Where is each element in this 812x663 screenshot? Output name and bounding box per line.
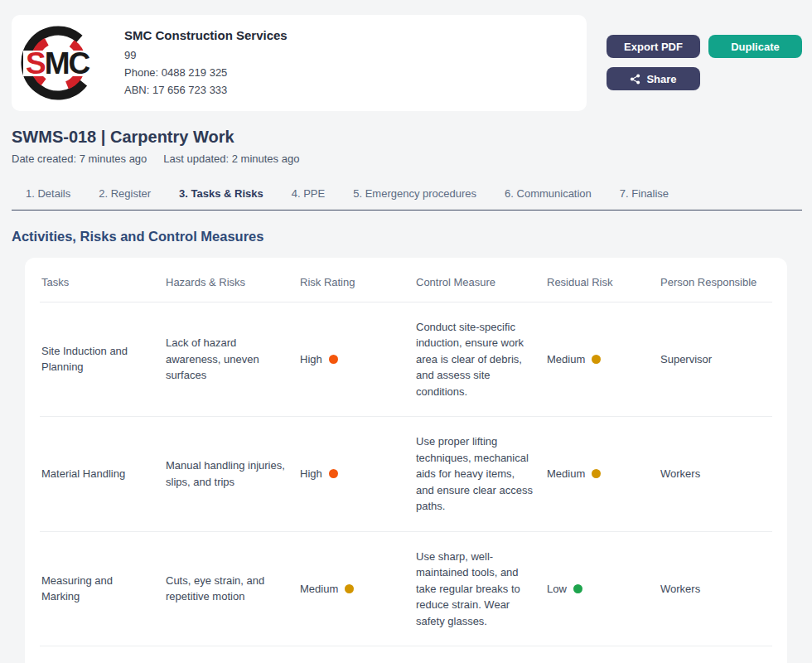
tab-tasks-risks[interactable]: 3. Tasks & Risks <box>165 180 278 210</box>
table-row: Material HandlingManual handling injurie… <box>40 417 772 532</box>
tab-details[interactable]: 1. Details <box>12 180 85 210</box>
column-header-residual-risk: Residual Risk <box>545 263 659 302</box>
date-created-label: Date created: 7 minutes ago <box>12 152 147 165</box>
page-title: SWMS-018 | Carpentry Work <box>12 128 802 147</box>
smc-logo-graphic: SMC <box>20 25 106 101</box>
company-address: 99 <box>124 48 288 63</box>
table-body: Site Induction and PlanningLack of hazar… <box>40 302 772 663</box>
risk-rating-label: High <box>300 351 322 368</box>
section-heading: Activities, Risks and Control Measures <box>12 229 802 244</box>
risk-table-card: Tasks Hazards & Risks Risk Rating Contro… <box>25 258 787 663</box>
tab-communication[interactable]: 6. Communication <box>491 180 606 210</box>
residual-risk-dot-icon <box>592 355 601 364</box>
risk-rating-label: High <box>300 466 322 482</box>
risk-rating-dot-icon <box>329 469 338 478</box>
column-header-control-measure: Control Measure <box>414 263 545 302</box>
residual-risk-dot-icon <box>573 584 582 593</box>
company-name: SMC Construction Services <box>124 28 288 42</box>
hazards-cell: Lack of hazard awareness, uneven surface… <box>164 318 298 400</box>
residual-risk-dot-icon <box>592 469 601 478</box>
share-button-label: Share <box>646 73 676 85</box>
last-updated-label: Last updated: 2 minutes ago <box>163 152 299 165</box>
company-logo: SMC <box>20 25 106 101</box>
residual-risk-cell: Medium <box>545 449 659 499</box>
tab-ppe[interactable]: 4. PPE <box>278 180 339 210</box>
document-meta: Date created: 7 minutes ago Last updated… <box>12 152 802 165</box>
control-measure-cell: Use proper lifting techniques, mechanica… <box>414 417 545 531</box>
table-header-row: Tasks Hazards & Risks Risk Rating Contro… <box>40 263 772 302</box>
column-header-hazards: Hazards & Risks <box>164 263 298 302</box>
company-info: SMC Construction Services 99 Phone: 0488… <box>124 28 288 99</box>
control-measure-cell: Use sharp, well-maintained tools, and ta… <box>414 532 545 646</box>
residual-risk-label: Medium <box>547 466 585 482</box>
task-cell: Measuring and Marking <box>40 556 164 622</box>
header-actions: Export PDF Duplicate Share <box>607 15 802 90</box>
column-header-tasks: Tasks <box>40 263 164 302</box>
step-tabs: 1. Details2. Register3. Tasks & Risks4. … <box>12 180 802 211</box>
residual-risk-cell: Medium <box>545 335 659 385</box>
task-cell: Site Induction and Planning <box>40 327 164 392</box>
hazards-cell: Cuts, eye strain, and repetitive motion <box>164 556 298 622</box>
risk-rating-cell: Medium <box>298 564 414 614</box>
tab-emergency-procedures[interactable]: 5. Emergency procedures <box>339 180 491 210</box>
residual-risk-cell: Low <box>545 564 659 614</box>
person-responsible-cell: Workers <box>659 564 772 614</box>
table-row: Cutting MaterialsNoise, dust, flying deb… <box>40 646 772 663</box>
task-cell: Material Handling <box>40 449 164 499</box>
person-responsible-cell: Workers <box>659 449 772 499</box>
risk-rating-dot-icon <box>345 584 354 593</box>
person-responsible-cell: Supervisor <box>659 335 772 385</box>
tab-finalise[interactable]: 7. Finalise <box>606 180 683 210</box>
tab-register[interactable]: 2. Register <box>85 180 165 210</box>
share-button[interactable]: Share <box>607 67 700 90</box>
company-phone: Phone: 0488 219 325 <box>124 65 288 80</box>
control-measure-cell: Conduct site-specific induction, ensure … <box>414 302 545 417</box>
company-card: SMC SMC Construction Services 99 Phone: … <box>12 15 587 111</box>
control-measure-cell: Wear hearing protection, dust masks, saf… <box>414 646 545 663</box>
hazards-cell: Manual handling injuries, slips, and tri… <box>164 441 298 506</box>
risk-rating-cell: High <box>298 335 414 385</box>
residual-risk-label: Low <box>547 581 567 598</box>
risk-rating-label: Medium <box>300 581 338 598</box>
svg-text:SMC: SMC <box>26 46 90 80</box>
residual-risk-label: Medium <box>547 351 585 368</box>
page: SMC SMC Construction Services 99 Phone: … <box>0 0 812 663</box>
column-header-person-responsible: Person Responsible <box>659 263 772 302</box>
duplicate-button[interactable]: Duplicate <box>708 35 802 58</box>
export-pdf-button[interactable]: Export PDF <box>607 35 700 58</box>
share-icon <box>630 74 640 85</box>
risk-rating-cell: High <box>298 449 414 499</box>
table-row: Measuring and MarkingCuts, eye strain, a… <box>40 532 772 647</box>
top-bar: SMC SMC Construction Services 99 Phone: … <box>12 15 802 111</box>
table-row: Site Induction and PlanningLack of hazar… <box>40 302 772 418</box>
column-header-risk-rating: Risk Rating <box>298 263 414 302</box>
risk-rating-dot-icon <box>329 355 338 364</box>
company-abn: ABN: 17 656 723 333 <box>124 83 288 98</box>
